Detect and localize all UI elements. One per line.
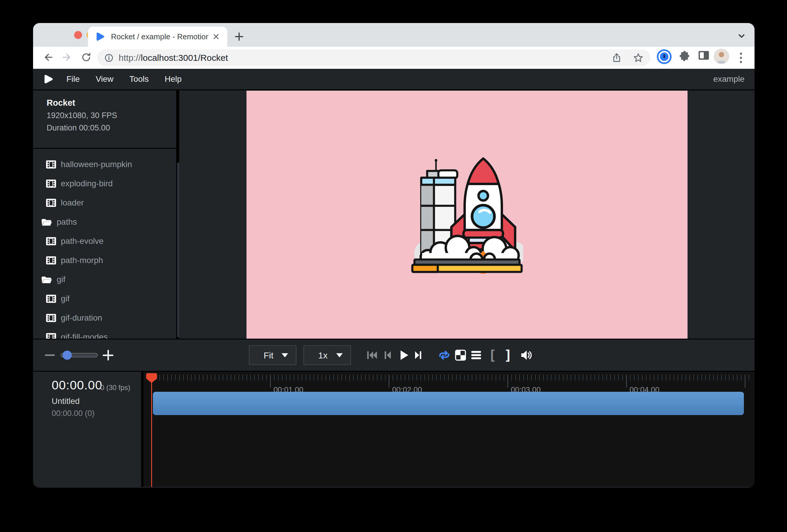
back-button[interactable] [39, 48, 57, 66]
tab-strip: Rocket / example - Remotion P [33, 23, 754, 47]
out-point-button[interactable]: ] [504, 348, 512, 362]
menu-tools[interactable]: Tools [121, 75, 156, 84]
workspace-label: example [713, 75, 744, 84]
composition-title: Rocket [47, 98, 75, 108]
chevron-down-icon [282, 353, 288, 357]
folder-open-icon [41, 218, 52, 227]
sidebar-composition-halloween-pumpkin[interactable]: halloween-pumpkin [33, 155, 176, 174]
compositions-sidebar: Rocket 1920x1080, 30 FPS Duration 00:05.… [33, 90, 176, 339]
timeline-divider [141, 372, 144, 487]
sidebar-item-label: gif-duration [61, 313, 102, 323]
remotion-logo-icon[interactable] [43, 74, 53, 84]
sidebar-folder-gif[interactable]: gif [33, 270, 176, 289]
sidebar-composition-gif-fill-modes[interactable]: gif-fill-modes [33, 327, 176, 339]
track-name: Untitled [52, 397, 80, 406]
current-timecode: 00:00.00 [52, 378, 102, 392]
playhead-line [151, 374, 152, 487]
play-button[interactable] [399, 349, 409, 361]
browser-tab[interactable]: Rocket / example - Remotion P [88, 26, 227, 47]
main-content: Rocket 1920x1080, 30 FPS Duration 00:05.… [33, 90, 754, 339]
browser-menu-kebab-icon[interactable] [735, 51, 747, 65]
sidebar-composition-path-morph[interactable]: path-morph [33, 251, 176, 270]
profile-avatar[interactable] [714, 48, 729, 64]
film-icon [45, 294, 57, 303]
jump-to-start-button[interactable] [366, 350, 378, 360]
folder-open-icon [41, 275, 52, 284]
sidebar-composition-gif[interactable]: gif [33, 289, 176, 308]
menu-view[interactable]: View [88, 75, 121, 84]
timeline-panel: 00:00.00 0 (30 fps) Untitled 00:00.00 (0… [33, 372, 754, 487]
transparency-checkerboard-button[interactable] [455, 349, 466, 361]
sidebar-item-label: paths [57, 217, 77, 227]
new-tab-button[interactable] [233, 31, 245, 43]
share-icon[interactable] [611, 52, 622, 63]
url-bar[interactable]: http://localhost:3001/Rocket [98, 49, 650, 66]
side-panel-icon[interactable] [697, 48, 711, 63]
sidebar-divider [33, 148, 176, 149]
preview-area [179, 90, 754, 339]
zoom-out-button[interactable] [45, 355, 55, 356]
forward-button[interactable] [59, 48, 76, 66]
reload-button[interactable] [77, 48, 95, 66]
playback-rate-select[interactable]: 1x [303, 345, 351, 365]
film-icon [45, 333, 57, 339]
in-point-button[interactable]: [ [488, 348, 496, 362]
zoom-in-button[interactable] [103, 350, 113, 360]
track-time: 00:00.00 (0) [52, 409, 95, 418]
film-icon [45, 313, 57, 323]
timeline-info-pane: 00:00.00 0 (30 fps) Untitled 00:00.00 (0… [33, 372, 141, 487]
browser-toolbar: http://localhost:3001/Rocket [33, 47, 754, 69]
sidebar-item-label: gif-fill-modes [61, 333, 108, 339]
sidebar-item-label: gif [57, 275, 66, 284]
film-icon [45, 179, 57, 188]
menu-help[interactable]: Help [157, 75, 190, 84]
app-menubar: File View Tools Help example [33, 69, 754, 90]
current-frame-info: 0 (30 fps) [100, 383, 130, 392]
extensions-puzzle-icon[interactable] [677, 48, 691, 63]
size-select[interactable]: Fit [249, 345, 296, 365]
previous-frame-button[interactable] [383, 350, 392, 360]
composition-duration: Duration 00:05.00 [47, 123, 110, 132]
sequence-track-bar[interactable] [153, 392, 744, 415]
next-frame-button[interactable] [414, 350, 423, 360]
zoom-slider-thumb[interactable] [63, 351, 72, 360]
sidebar-composition-path-evolve[interactable]: path-evolve [33, 231, 176, 251]
onepassword-extension-icon[interactable] [656, 48, 673, 65]
url-text: http://localhost:3001/Rocket [119, 53, 228, 63]
film-icon [45, 256, 57, 265]
sidebar-folder-paths[interactable]: paths [33, 212, 176, 232]
tab-title: Rocket / example - Remotion P [111, 32, 208, 41]
timeline-rows-button[interactable] [471, 350, 482, 360]
film-icon [45, 160, 57, 169]
playback-rate-value: 1x [318, 350, 328, 360]
bookmark-star-icon[interactable] [633, 52, 644, 63]
playback-controls-bar: Fit 1x [ ] [33, 339, 754, 372]
composition-resolution: 1920x1080, 30 FPS [47, 111, 117, 120]
chevron-down-icon [336, 353, 343, 357]
sidebar-composition-gif-duration[interactable]: gif-duration [33, 308, 176, 328]
tab-close-icon[interactable] [212, 33, 220, 41]
playhead-handle[interactable] [146, 373, 157, 383]
sidebar-item-label: path-evolve [61, 236, 104, 246]
film-icon [45, 236, 57, 246]
sidebar-item-label: halloween-pumpkin [61, 160, 132, 169]
desktop-background: Rocket / example - Remotion P http://loc… [0, 0, 787, 532]
rocket-illustration [411, 155, 523, 274]
film-icon [45, 198, 57, 208]
sidebar-composition-exploding-bird[interactable]: exploding-bird [33, 174, 176, 193]
site-info-icon[interactable] [104, 53, 114, 63]
video-canvas [247, 91, 687, 339]
remotion-favicon-icon [95, 31, 105, 42]
sidebar-item-label: loader [61, 198, 84, 208]
menu-file[interactable]: File [59, 75, 88, 84]
size-select-value: Fit [263, 350, 273, 360]
loop-toggle-button[interactable] [438, 349, 451, 361]
tab-search-chevron-icon[interactable] [736, 30, 747, 42]
timeline-track-area[interactable]: 00:01.0000:02.0000:03.0000:04.00 [144, 372, 754, 487]
sidebar-item-label: gif [61, 294, 70, 303]
sidebar-composition-loader[interactable]: loader [33, 193, 176, 213]
volume-button[interactable] [520, 349, 533, 361]
close-window-button[interactable] [74, 31, 82, 39]
browser-window: Rocket / example - Remotion P http://loc… [33, 23, 754, 488]
sidebar-item-label: exploding-bird [61, 179, 113, 188]
